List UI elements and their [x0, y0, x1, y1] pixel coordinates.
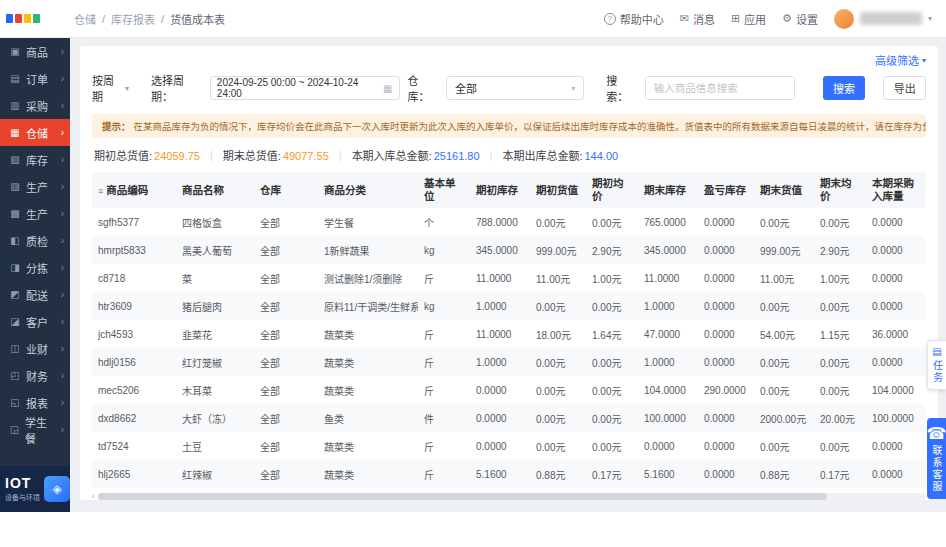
date-range-input[interactable]: 2024-09-25 00:00 ~ 2024-10-24 24:00 ▦ [210, 76, 400, 100]
messages-button[interactable]: ✉ 消息 [680, 11, 715, 27]
column-header[interactable]: 期末库存 [638, 172, 698, 208]
table-cell: 测试删除1/须删除 [318, 264, 418, 292]
column-header[interactable]: 期末货值 [754, 172, 814, 208]
scrollbar-track[interactable] [98, 493, 926, 500]
reports-icon: ◱ [9, 397, 21, 408]
table-cell: 0.17元 [586, 460, 638, 488]
table-cell: 0.00元 [586, 348, 638, 376]
table-row[interactable]: dxd8662大虾（冻）全部鱼类件0.00000.00元0.00元100.000… [92, 404, 926, 432]
column-header[interactable]: 基本单位 [418, 172, 470, 208]
settings-button[interactable]: ⚙ 设置 [782, 11, 818, 27]
table-row[interactable]: c8718菜全部测试删除1/须删除斤11.000011.00元1.00元11.0… [92, 264, 926, 292]
sidebar-item-label: 报表 [26, 395, 48, 411]
purchase-icon: ▥ [9, 100, 21, 111]
task-floating-button[interactable]: ▤ 任务 [927, 340, 946, 390]
notice-banner: 提示： 在某商品库存为负的情况下，库存均价会在此商品下一次入库时更新为此次入库的… [92, 114, 926, 138]
column-header[interactable]: 期初货值 [530, 172, 586, 208]
sidebar-item-库存[interactable]: ▧库存› [0, 146, 70, 173]
table-row[interactable]: hlj2665红辣椒全部蔬菜类斤5.16000.88元0.17元5.16000.… [92, 460, 926, 488]
sidebar-item-生产[interactable]: ▨生产› [0, 173, 70, 200]
warehouse-select[interactable]: 全部 ▾ [446, 76, 584, 100]
sidebar-item-label: 生产 [26, 179, 48, 195]
scroll-left-icon[interactable]: ‹ [92, 491, 95, 500]
column-header[interactable]: 期末均价 [814, 172, 866, 208]
chevron-right-icon: › [61, 46, 64, 57]
sidebar-item-质检[interactable]: ◧质检› [0, 227, 70, 254]
column-settings-icon[interactable]: ≡ [98, 186, 103, 196]
column-header-label: 商品名称 [182, 184, 224, 196]
table-cell: 0.0000 [866, 348, 926, 376]
period-label: 选择周期： [151, 72, 202, 104]
production2-icon: ▩ [9, 208, 21, 219]
column-header[interactable]: ≡商品编码 [92, 172, 176, 208]
sidebar-item-label: 业财 [26, 341, 48, 357]
table-row[interactable]: jch4593韭菜花全部蔬菜类斤11.000018.00元1.64元47.000… [92, 320, 926, 348]
summary-label: 期初总货值: [94, 150, 152, 162]
column-header[interactable]: 仓库 [254, 172, 318, 208]
table-cell: 韭菜花 [176, 320, 254, 348]
table-cell: 0.0000 [698, 348, 754, 376]
table-cell: 0.00元 [814, 432, 866, 460]
search-input[interactable] [645, 76, 795, 100]
table-cell: 四格饭盒 [176, 208, 254, 236]
sidebar-item-报表[interactable]: ◱报表› [0, 389, 70, 416]
finance-icon: ◰ [9, 370, 21, 381]
breadcrumb-item[interactable]: 库存报表 [111, 11, 155, 27]
app-logo[interactable] [6, 14, 40, 23]
table-cell: htr3609 [92, 292, 176, 320]
sidebar-item-生产[interactable]: ▩生产› [0, 200, 70, 227]
column-header[interactable]: 本期采购入库量 [866, 172, 926, 208]
column-header[interactable]: 商品名称 [176, 172, 254, 208]
table-cell: 2.90元 [586, 236, 638, 264]
sidebar-item-配送[interactable]: ◩配送› [0, 281, 70, 308]
chevron-right-icon: › [61, 73, 64, 84]
table-cell: 0.0000 [866, 264, 926, 292]
column-header-label: 仓库 [260, 184, 281, 196]
column-header[interactable]: 盈亏库存 [698, 172, 754, 208]
scrollbar-thumb[interactable] [98, 493, 827, 500]
table-cell: 0.00元 [586, 376, 638, 404]
sidebar-item-业财[interactable]: ◫业财› [0, 335, 70, 362]
column-header[interactable]: 商品分类 [318, 172, 418, 208]
table-cell: 全部 [254, 292, 318, 320]
table-cell: 蔬菜类 [318, 348, 418, 376]
advanced-filter-toggle[interactable]: 高级筛选 ▾ [875, 52, 926, 68]
column-header[interactable]: 期初库存 [470, 172, 530, 208]
table-row[interactable]: mec5206木耳菜全部蔬菜类斤0.00000.00元0.00元104.0000… [92, 376, 926, 404]
user-menu[interactable]: ▾ [834, 9, 932, 29]
column-header[interactable]: 期初均价 [586, 172, 638, 208]
table-cell: 0.00元 [814, 376, 866, 404]
table-cell: 0.0000 [470, 432, 530, 460]
search-button[interactable]: 搜索 [823, 76, 866, 100]
export-button[interactable]: 导出 [883, 76, 926, 100]
table-row[interactable]: htr3609猪后腿肉全部原料11/干调类/生鲜系列商品kg1.00000.00… [92, 292, 926, 320]
logo-block-yellow [24, 14, 31, 23]
apps-button[interactable]: ⊞ 应用 [731, 11, 766, 27]
table-row[interactable]: hmrpt5833黑美人葡萄全部1新鲜蔬果kg345.0000999.00元2.… [92, 236, 926, 264]
sidebar-item-学生餐[interactable]: ◲学生餐› [0, 416, 70, 443]
contact-service-floating-button[interactable]: ☎ 联系客服 [927, 418, 946, 499]
sidebar-item-采购[interactable]: ▥采购› [0, 92, 70, 119]
table-cell: 345.0000 [470, 236, 530, 264]
iot-footer[interactable]: IOT 设备与环境 ◈ [0, 466, 70, 512]
help-center-button[interactable]: ? 帮助中心 [604, 11, 664, 27]
sidebar-item-分拣[interactable]: ◨分拣› [0, 254, 70, 281]
table-cell: 54.00元 [754, 320, 814, 348]
breadcrumb-item[interactable]: 仓储 [74, 11, 96, 27]
table-row[interactable]: hdlj0156红灯笼椒全部蔬菜类斤1.00000.00元0.00元1.0000… [92, 348, 926, 376]
logo-block-blue [6, 14, 13, 23]
sidebar-item-订单[interactable]: ▤订单› [0, 65, 70, 92]
notice-prefix: 提示： [102, 119, 131, 133]
sidebar-item-商品[interactable]: ▣商品› [0, 38, 70, 65]
sidebar-item-客户[interactable]: ◪客户› [0, 308, 70, 335]
headset-icon: ☎ [927, 424, 946, 443]
period-mode-dropdown[interactable]: 按周期 ▾ [92, 72, 129, 104]
sidebar-item-仓储[interactable]: ▦仓储› [0, 119, 70, 146]
table-cell: 0.00元 [754, 376, 814, 404]
table-row[interactable]: td7524土豆全部蔬菜类斤0.00000.00元0.00元0.00000.00… [92, 432, 926, 460]
sidebar-item-财务[interactable]: ◰财务› [0, 362, 70, 389]
table-row[interactable]: sgfh5377四格饭盒全部学生餐个788.00000.00元0.00元765.… [92, 208, 926, 236]
table-cell: hmrpt5833 [92, 236, 176, 264]
table-cell: 鱼类 [318, 404, 418, 432]
table-cell: 土豆 [176, 432, 254, 460]
